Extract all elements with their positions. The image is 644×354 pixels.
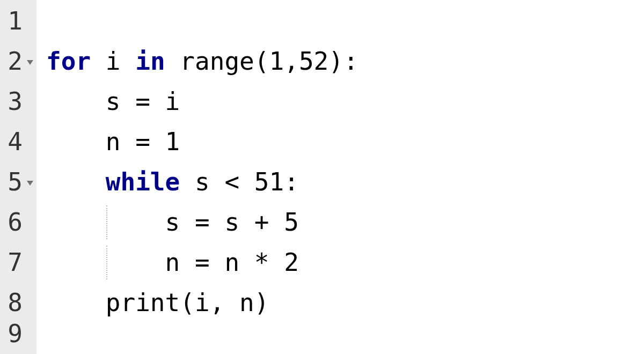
code-token: [91, 41, 106, 82]
gutter-row: 7: [4, 242, 33, 283]
gutter-row: 3: [4, 82, 33, 122]
code-token: [180, 242, 195, 283]
code-token: [180, 162, 195, 202]
code-token: [121, 41, 136, 82]
indent-whitespace: [46, 122, 106, 162]
code-token: [120, 122, 135, 162]
code-token: [120, 82, 135, 122]
gutter-row: 8: [4, 283, 33, 323]
gutter-row: 6: [4, 202, 33, 242]
code-line[interactable]: for i in range(1,52):: [46, 41, 644, 82]
code-token: 52: [299, 41, 328, 82]
line-number-gutter: 123456789: [0, 0, 36, 354]
line-number: 7: [8, 242, 24, 283]
line-number: 2: [8, 41, 24, 82]
code-token: :: [284, 162, 299, 202]
code-token: n: [224, 242, 239, 283]
code-token: n: [239, 283, 254, 323]
code-token: 5: [284, 202, 299, 242]
line-number: 3: [8, 82, 24, 122]
code-line[interactable]: while s < 51:: [46, 162, 644, 202]
code-token: i: [106, 41, 121, 82]
code-token: ,: [284, 41, 299, 82]
code-token: =: [135, 122, 150, 162]
code-token: 1: [165, 122, 180, 162]
code-token: [269, 242, 284, 283]
code-token: [165, 41, 180, 82]
code-line[interactable]: print(i, n): [46, 283, 644, 323]
code-token: [150, 82, 165, 122]
code-token: 2: [284, 242, 299, 283]
code-token: while: [106, 162, 180, 202]
code-token: [239, 162, 254, 202]
indent-whitespace: [46, 283, 106, 323]
code-token: (: [254, 41, 269, 82]
code-token: ,: [210, 283, 225, 323]
line-number: 8: [8, 283, 24, 323]
line-number: 4: [8, 122, 24, 162]
code-token: [210, 202, 225, 242]
code-token: *: [254, 242, 269, 283]
code-token: 51: [254, 162, 284, 202]
indent-guide: [106, 205, 107, 239]
code-line[interactable]: s = i: [46, 82, 644, 122]
line-number: 9: [8, 323, 24, 344]
fold-toggle-icon[interactable]: [27, 60, 33, 65]
code-token: (: [180, 283, 195, 323]
indent-whitespace: [46, 202, 165, 242]
code-token: :: [343, 41, 358, 82]
indent-whitespace: [46, 242, 165, 283]
code-token: [210, 162, 225, 202]
code-token: [239, 242, 254, 283]
indent-whitespace: [46, 82, 106, 122]
code-token: [210, 242, 225, 283]
code-token: n: [106, 122, 121, 162]
code-token: [180, 202, 195, 242]
code-token: in: [135, 41, 165, 82]
line-number: 1: [8, 1, 24, 41]
gutter-row: 4: [4, 122, 33, 162]
code-token: +: [254, 202, 269, 242]
code-token: s: [165, 202, 180, 242]
code-token: 1: [269, 41, 284, 82]
code-token: ): [254, 283, 269, 323]
code-token: i: [165, 82, 180, 122]
gutter-row: 5: [4, 162, 33, 202]
code-token: for: [46, 41, 91, 82]
code-token: print: [106, 283, 180, 323]
code-line[interactable]: [46, 1, 644, 41]
code-token: s: [195, 162, 210, 202]
code-token: <: [224, 162, 239, 202]
fold-toggle-icon[interactable]: [27, 181, 33, 186]
code-token: ): [328, 41, 343, 82]
code-token: [224, 283, 239, 323]
indent-whitespace: [46, 162, 106, 202]
code-token: s: [106, 82, 121, 122]
line-number: 6: [8, 202, 24, 242]
code-area[interactable]: for i in range(1,52): s = i n = 1 while …: [36, 0, 644, 354]
indent-guide: [106, 246, 107, 279]
code-line[interactable]: s = s + 5: [46, 202, 644, 242]
code-token: [150, 122, 165, 162]
code-token: =: [135, 82, 150, 122]
code-line[interactable]: n = n * 2: [46, 242, 644, 283]
gutter-row: 1: [4, 1, 33, 41]
code-editor[interactable]: 123456789 for i in range(1,52): s = i n …: [0, 0, 644, 354]
gutter-row: 9: [4, 323, 33, 344]
code-token: [269, 202, 284, 242]
code-token: [239, 202, 254, 242]
code-line[interactable]: n = 1: [46, 122, 644, 162]
code-token: =: [195, 202, 210, 242]
code-token: i: [195, 283, 210, 323]
code-token: s: [224, 202, 239, 242]
code-token: =: [195, 242, 210, 283]
gutter-row: 2: [4, 41, 33, 82]
code-token: n: [165, 242, 180, 283]
line-number: 5: [8, 162, 24, 202]
code-token: range: [180, 41, 254, 82]
